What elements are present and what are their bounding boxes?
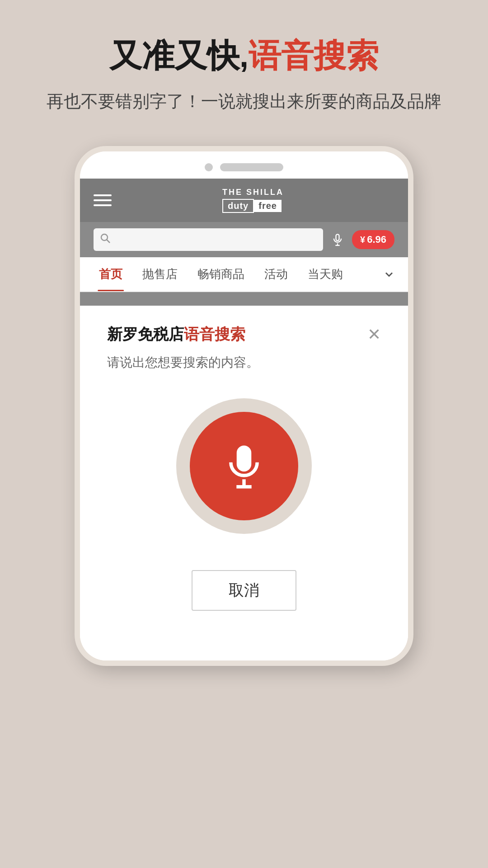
brand-name: The Shilla: [222, 188, 284, 197]
modal-header: 新罗免税店语音搜索 ✕: [107, 324, 381, 345]
headline-accent: 语音搜索: [249, 38, 379, 74]
modal-title-accent: 语音搜索: [184, 326, 245, 343]
phone-speaker: [220, 163, 283, 171]
nav-tab-events[interactable]: 活动: [254, 257, 298, 291]
phone-mockup: The Shilla duty free: [75, 146, 413, 666]
search-bar: ¥ 6.96: [80, 222, 408, 257]
duty-label: duty: [222, 199, 254, 213]
free-label: free: [254, 200, 282, 212]
mic-icon-large: [221, 443, 267, 489]
banner-area: [80, 292, 408, 306]
search-input-area[interactable]: [94, 228, 323, 251]
hamburger-line-2: [94, 199, 112, 201]
points-value: 6.96: [367, 234, 386, 245]
subtitle: 再也不要错别字了！一说就搜出来所要的商品及品牌: [47, 89, 441, 114]
nav-tabs: 首页 抛售店 畅销商品 活动 当天购: [80, 257, 408, 292]
brand-logo: The Shilla duty free: [222, 188, 284, 213]
phone-top-bar: [80, 151, 408, 179]
hamburger-line-3: [94, 204, 112, 206]
mic-button[interactable]: [190, 412, 298, 520]
headline: 又准又快,语音搜索: [47, 36, 441, 75]
yuan-symbol: ¥: [360, 235, 365, 245]
nav-tab-home[interactable]: 首页: [89, 257, 132, 291]
brand-duty-free: duty free: [222, 199, 284, 213]
svg-rect-2: [336, 235, 339, 241]
phone-frame: The Shilla duty free: [75, 146, 413, 666]
phone-camera: [205, 163, 213, 171]
svg-rect-5: [239, 448, 250, 470]
close-modal-button[interactable]: ✕: [367, 326, 381, 343]
modal-subtitle: 请说出您想要搜索的内容。: [107, 354, 381, 371]
nav-tab-outlet[interactable]: 抛售店: [132, 257, 188, 291]
nav-dropdown-button[interactable]: [379, 264, 399, 284]
mic-search-button[interactable]: [328, 230, 347, 250]
hamburger-line-1: [94, 194, 112, 196]
page-header: 又准又快,语音搜索 再也不要错别字了！一说就搜出来所要的商品及品牌: [19, 0, 469, 132]
nav-tab-bestseller[interactable]: 畅销商品: [188, 257, 254, 291]
mic-outer-ring: [176, 398, 312, 534]
phone-bottom-bar: [80, 638, 408, 660]
headline-part1: 又准又快,: [109, 38, 249, 74]
app-header: The Shilla duty free: [80, 179, 408, 222]
cancel-button[interactable]: 取消: [192, 570, 296, 611]
points-badge: ¥ 6.96: [352, 230, 394, 249]
voice-search-modal: 新罗免税店语音搜索 ✕ 请说出您想要搜索的内容。: [80, 306, 408, 638]
svg-line-1: [107, 240, 110, 243]
nav-tab-today[interactable]: 当天购: [298, 257, 353, 291]
the-shilla-text: The Shilla: [222, 188, 284, 197]
modal-title-part1: 新罗免税店: [107, 326, 184, 343]
svg-point-0: [101, 234, 108, 241]
app-screen: The Shilla duty free: [80, 179, 408, 638]
cancel-button-area: 取消: [107, 561, 381, 611]
modal-title: 新罗免税店语音搜索: [107, 324, 245, 345]
hamburger-menu-button[interactable]: [94, 194, 112, 206]
search-icon: [100, 233, 111, 246]
